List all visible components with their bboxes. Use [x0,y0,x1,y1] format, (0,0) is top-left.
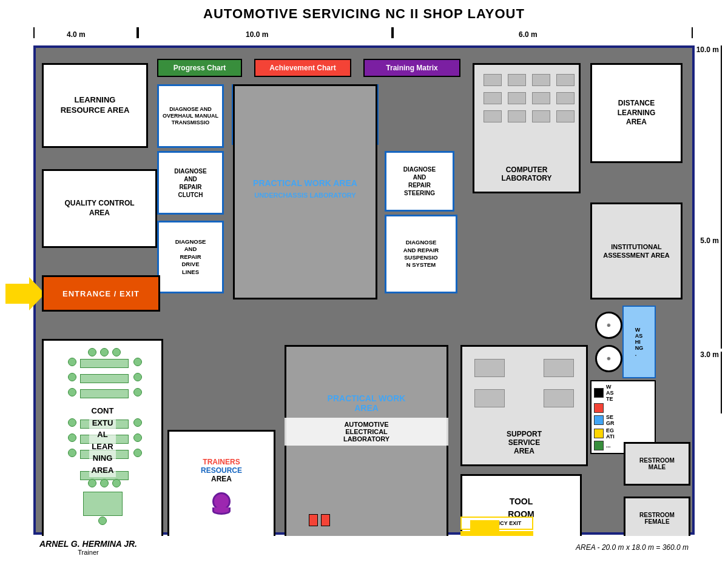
dim-top-left: 4.0 m [67,30,86,39]
tra-label3: AREA [211,475,232,483]
legend-item-waste: WASTE [594,384,652,402]
trainers-resource-area: TRAINERS RESOURCE AREA [167,430,275,542]
lra-label: LEARNINGRESOURCE AREA [61,95,130,116]
dim-line-1 [721,45,722,239]
author-name: ARNEL G. HERMINA JR. [39,539,137,549]
room-dardl: DIAGNOSEANDREPAIRDRIVELINES [157,221,224,293]
waste-bin-2 [321,514,330,526]
progress-chart-label[interactable]: Progress Chart [157,59,242,77]
tra-label1: TRAINERS [203,458,240,466]
quality-control-area: QUALITY CONTROLAREA [42,169,157,248]
dim-top-right: 6.0 m [519,30,538,39]
wash-circle-1: ⊕ [595,312,622,339]
entrance-exit: ENTRANCE / EXIT [42,275,160,312]
restroom-male: RESTROOM MALE [624,442,690,486]
legend-item-yellow: EGATI [594,427,652,440]
dim-right-top: 10.0 m [696,45,719,54]
dim-top-center: 10.0 m [246,30,268,39]
institutional-assessment-area: INSTITUTIONALASSESSMENT AREA [590,202,682,299]
room-daomt: DIAGNOSE AND OVERHAUL MANUAL TRANSMISSIO [157,84,224,148]
tra-label2: RESOURCE [201,466,242,475]
footer-left: ARNEL G. HERMINA JR. Trainer [39,539,137,556]
room-pwa1 [233,84,377,299]
wash-circle-2: ⊕ [595,345,622,372]
computer-laboratory: COMPUTERLABORATORY [473,63,581,193]
achievement-chart-label[interactable]: Achievement Chart [254,59,351,77]
floor-plan: Progress Chart Achievement Chart Trainin… [33,45,695,535]
page: AUTOMOTIVE SERVICING NC II SHOP LAYOUT 4… [0,0,728,562]
room-darc: DIAGNOSEANDREPAIRCLUTCH [157,151,224,215]
room-pwa2 [285,345,448,542]
dim-right-mid: 5.0 m [700,236,719,245]
distance-learning-area: DISTANCELEARNINGAREA [590,63,682,163]
dim-right-bot: 3.0 m [700,350,719,359]
training-matrix-label[interactable]: Training Matrix [363,59,460,77]
author-title: Trainer [39,549,137,556]
contextual-learning-area: CONTEXTUALLEARNINGAREA [42,339,163,542]
legend-item-red [594,403,652,413]
support-service-area: SUPPORTSERVICEAREA [460,345,588,466]
washing-area: WASHING. [622,306,656,378]
legend-item-blue: SEGR [594,414,652,426]
page-title: AUTOMOTIVE SERVICING NC II SHOP LAYOUT [0,0,728,25]
dim-line-2 [721,239,722,349]
room-dars: DIAGNOSEANDREPAIRSTEERING [385,151,454,212]
learning-resource-area: LEARNINGRESOURCE AREA [42,63,148,148]
footer-area: AREA - 20.0 m x 18.0 m = 360.0 m [576,543,689,552]
room-darss: DIAGNOSEAND REPAIRSUSPENSION SYSTEM [385,215,457,293]
restroom-female: RESTROOM FEMALE [624,497,690,540]
footer: ARNEL G. HERMINA JR. Trainer AREA - 20.0… [33,536,695,559]
entrance-arrow [5,277,45,310]
ssa-label: SUPPORTSERVICEAREA [462,430,586,455]
waste-bin-1 [309,514,318,526]
computer-lab-label: COMPUTERLABORATORY [474,166,579,182]
dim-line-3 [721,352,722,413]
entrance-label: ENTRANCE / EXIT [62,289,140,298]
